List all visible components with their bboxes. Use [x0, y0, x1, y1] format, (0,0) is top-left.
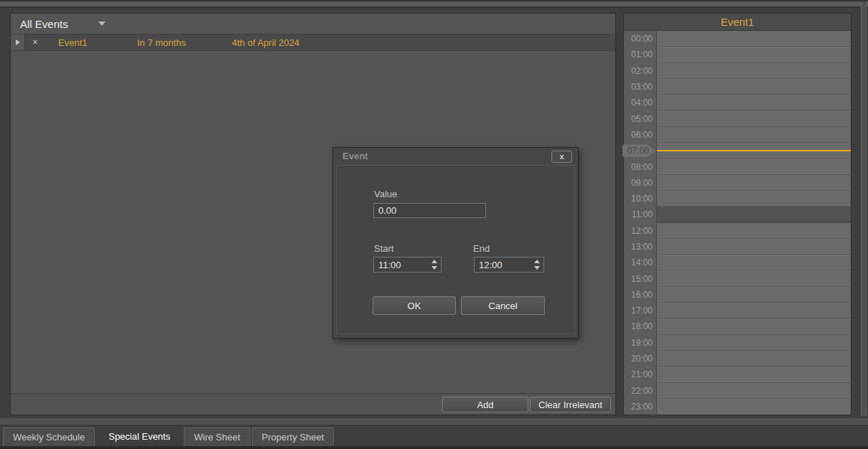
- timeline-hour-row[interactable]: 18:00: [624, 318, 851, 334]
- cancel-button[interactable]: Cancel: [461, 296, 545, 315]
- hour-cell[interactable]: [657, 63, 851, 79]
- end-label: End: [473, 243, 490, 254]
- timeline-hour-row[interactable]: 19:00: [624, 335, 851, 351]
- hour-cell[interactable]: [657, 159, 851, 174]
- timeline-hour-row[interactable]: 00:00: [624, 31, 851, 47]
- selected-event-block[interactable]: [657, 207, 851, 223]
- hour-label: 13:00: [624, 239, 657, 255]
- hour-cell[interactable]: [657, 47, 851, 62]
- expand-arrow-icon: [16, 39, 20, 45]
- dialog-content: Value Start End 11:00 12:00 OK Cancel: [336, 165, 575, 334]
- hour-cell[interactable]: [657, 31, 851, 47]
- spinner-down-icon[interactable]: [534, 266, 540, 270]
- hour-cell[interactable]: [657, 191, 851, 207]
- tab-special-events[interactable]: Special Events: [96, 425, 182, 446]
- event-name: Event1: [58, 34, 87, 50]
- hour-cell[interactable]: [657, 239, 851, 255]
- timeline-hour-row[interactable]: 02:00: [624, 63, 851, 79]
- timeline-hour-row[interactable]: 21:00: [624, 367, 851, 382]
- timeline-hour-row[interactable]: 01:00: [624, 47, 851, 62]
- event-relative-time: In 7 months: [137, 34, 186, 50]
- hour-cell[interactable]: [657, 318, 851, 334]
- timeline-hour-row[interactable]: 17:00: [624, 303, 851, 318]
- filter-bar: All Events: [11, 14, 615, 34]
- timeline-hour-row[interactable]: 13:00: [624, 239, 851, 255]
- spinner-arrows[interactable]: [429, 260, 441, 270]
- timeline-hour-row[interactable]: 22:00: [624, 383, 851, 399]
- hour-cell[interactable]: [657, 399, 851, 415]
- timeline-hour-row[interactable]: 23:00: [624, 399, 851, 415]
- delete-event-button[interactable]: ×: [26, 34, 45, 50]
- timeline-hour-row[interactable]: 16:00: [624, 287, 851, 303]
- bottom-band: [0, 418, 868, 425]
- timeline-hour-row[interactable]: 09:00: [624, 175, 851, 191]
- timeline-hour-row[interactable]: 06:00: [624, 127, 851, 143]
- timeline-hour-row[interactable]: 10:00: [624, 191, 851, 207]
- spinner-down-icon[interactable]: [431, 266, 437, 270]
- hour-label: 22:00: [624, 383, 657, 399]
- hour-label: 20:00: [624, 351, 657, 367]
- spinner-arrows[interactable]: [532, 260, 543, 270]
- hour-cell[interactable]: [657, 351, 851, 367]
- dialog-title: Event: [342, 148, 368, 165]
- hour-cell[interactable]: [657, 127, 851, 143]
- hour-cell[interactable]: [657, 303, 851, 318]
- timeline-hour-row[interactable]: 15:00: [624, 270, 851, 286]
- value-label: Value: [374, 189, 397, 199]
- bottom-strip: [0, 446, 868, 449]
- hour-cell[interactable]: [657, 335, 851, 351]
- timeline-title: Event1: [721, 16, 755, 28]
- vertical-scrollbar[interactable]: [861, 1, 867, 416]
- events-filter-dropdown[interactable]: All Events: [20, 18, 106, 30]
- hour-cell[interactable]: [657, 110, 851, 126]
- tab-label: Property Sheet: [262, 432, 325, 443]
- start-time-spinner[interactable]: 11:00: [373, 257, 442, 273]
- hour-label: 21:00: [624, 367, 657, 382]
- hour-cell[interactable]: [657, 79, 851, 95]
- close-icon[interactable]: x: [551, 151, 572, 163]
- event-dialog: Event x Value Start End 11:00 12:00 OK C…: [332, 147, 579, 339]
- tab-wire-sheet[interactable]: Wire Sheet: [184, 427, 250, 446]
- end-time-spinner[interactable]: 12:00: [474, 257, 544, 273]
- hour-cell[interactable]: [657, 270, 851, 286]
- view-tabbar: Weekly ScheduleSpecial EventsWire SheetP…: [3, 425, 335, 446]
- hour-cell[interactable]: [657, 367, 851, 382]
- ok-button[interactable]: OK: [373, 296, 456, 315]
- hour-label: 17:00: [624, 303, 657, 318]
- timeline-hour-row[interactable]: 12:00: [624, 223, 851, 239]
- timeline-hour-row[interactable]: 03:00: [624, 79, 851, 95]
- timeline-hour-row[interactable]: 08:00: [624, 159, 851, 174]
- timeline-hour-row[interactable]: 20:00: [624, 351, 851, 367]
- timeline-header: Event1: [624, 14, 851, 31]
- hour-cell[interactable]: [657, 223, 851, 239]
- row-expander[interactable]: [11, 34, 25, 50]
- hour-cell[interactable]: [657, 175, 851, 191]
- hour-cell[interactable]: [657, 287, 851, 303]
- timeline-hour-row[interactable]: 14:00: [624, 255, 851, 270]
- spinner-up-icon[interactable]: [534, 260, 540, 263]
- dialog-titlebar[interactable]: Event x: [333, 148, 578, 165]
- end-time-value: 12:00: [475, 260, 532, 270]
- hour-label: 11:00: [624, 207, 657, 222]
- start-label: Start: [374, 243, 393, 254]
- clear-irrelevant-button[interactable]: Clear Irrelevant: [530, 397, 611, 412]
- timeline-hour-row[interactable]: 04:00: [624, 95, 851, 110]
- hour-cell[interactable]: [657, 383, 851, 399]
- tab-property-sheet[interactable]: Property Sheet: [252, 427, 335, 446]
- add-button[interactable]: Add: [442, 397, 528, 412]
- hour-label: 06:00: [624, 127, 657, 143]
- events-filter-label: All Events: [20, 18, 68, 30]
- hour-label: 16:00: [624, 287, 657, 303]
- hour-cell[interactable]: [657, 95, 851, 110]
- timeline-hour-row[interactable]: 05:00: [624, 110, 851, 126]
- tab-weekly-schedule[interactable]: Weekly Schedule: [3, 427, 95, 446]
- value-input[interactable]: [373, 203, 486, 218]
- window-top-strip: [0, 0, 868, 8]
- spinner-up-icon[interactable]: [431, 260, 437, 263]
- chevron-down-icon: [98, 22, 106, 26]
- hour-label: 09:00: [624, 175, 657, 191]
- hour-cell[interactable]: [657, 255, 851, 270]
- day-timeline-panel: Event1 00:0001:0002:0003:0004:0005:0006:…: [623, 13, 851, 415]
- event-row[interactable]: × Event1 In 7 months 4th of April 2024: [11, 34, 615, 51]
- hour-label: 10:00: [624, 191, 657, 207]
